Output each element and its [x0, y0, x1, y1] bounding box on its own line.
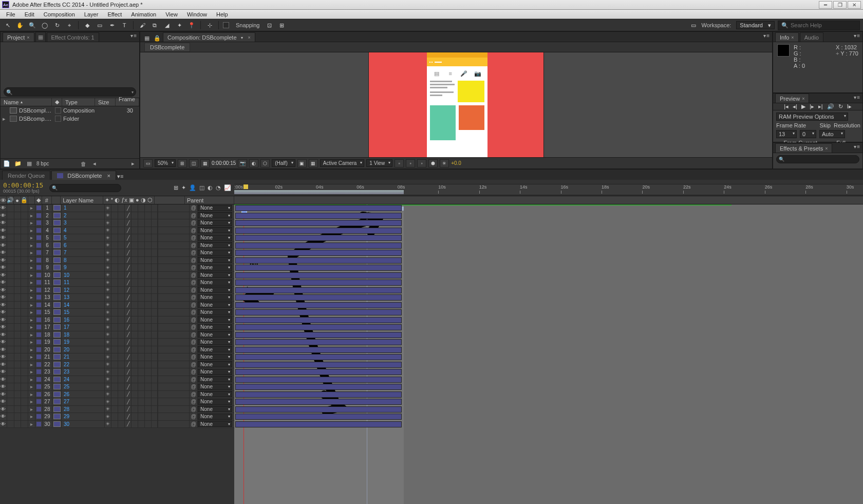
- speaker-icon[interactable]: [7, 353, 14, 361]
- parent-select[interactable]: None: [198, 257, 232, 263]
- parent-select[interactable]: None: [198, 279, 232, 286]
- lock-icon[interactable]: [21, 391, 28, 398]
- first-frame-icon[interactable]: |◂: [784, 103, 789, 110]
- eye-icon[interactable]: 👁: [0, 212, 7, 219]
- lock-icon[interactable]: [21, 294, 28, 301]
- parent-pickwhip-icon[interactable]: @: [190, 368, 198, 376]
- layer-mode[interactable]: [158, 331, 190, 339]
- layer-bar[interactable]: [235, 391, 402, 398]
- layer-mode[interactable]: [158, 324, 190, 331]
- solo-icon[interactable]: [14, 264, 22, 271]
- layer-mode[interactable]: [158, 376, 190, 383]
- parent-select[interactable]: None: [198, 294, 232, 301]
- chevron-right-icon[interactable]: ▸: [28, 376, 35, 383]
- layer-bar[interactable]: [235, 287, 402, 293]
- quality-switch[interactable]: ╱: [125, 227, 132, 234]
- work-area[interactable]: [234, 190, 404, 194]
- parent-select[interactable]: None: [198, 265, 232, 271]
- parent-pickwhip-icon[interactable]: @: [190, 227, 198, 234]
- track-row[interactable]: [234, 294, 863, 302]
- layer-row[interactable]: 👁 ▸ 3 3 ✳ ╱ @ None: [0, 219, 234, 227]
- eye-icon[interactable]: 👁: [0, 421, 7, 428]
- close-icon[interactable]: ×: [27, 35, 29, 40]
- speaker-icon[interactable]: [7, 287, 14, 294]
- layer-row[interactable]: 👁 ▸ 22 22 ✳ ╱ @ None: [0, 361, 234, 369]
- quality-switch[interactable]: ╱: [125, 331, 132, 339]
- col-solo[interactable]: ●: [14, 196, 21, 204]
- shy-switch[interactable]: ✳: [105, 421, 111, 428]
- lock-icon[interactable]: [21, 383, 28, 390]
- solo-icon[interactable]: [14, 368, 22, 376]
- composition-viewer[interactable]: ▤ ≡ 🎤 📷: [140, 52, 772, 157]
- roto-tool-icon[interactable]: ✦: [175, 21, 184, 30]
- col-video[interactable]: 👁: [0, 196, 7, 204]
- layer-name[interactable]: 16: [62, 316, 105, 324]
- layer-mode[interactable]: [158, 421, 190, 428]
- selection-tool-icon[interactable]: ↖: [3, 21, 12, 30]
- tab-preview[interactable]: Preview×: [775, 94, 809, 103]
- viewer-timecode[interactable]: 0:00:00:15: [212, 160, 236, 166]
- prev-frame-icon[interactable]: ◂|: [793, 103, 797, 110]
- layer-name[interactable]: 8: [62, 257, 105, 264]
- new-folder-icon[interactable]: 📁: [14, 160, 22, 167]
- panel-menu-icon[interactable]: ▾≡: [854, 33, 860, 39]
- transparency-icon[interactable]: ▦: [309, 159, 318, 167]
- label-swatch[interactable]: [35, 316, 43, 324]
- parent-pickwhip-icon[interactable]: @: [190, 204, 198, 212]
- solo-icon[interactable]: [14, 219, 22, 227]
- tab-project[interactable]: Project×: [3, 32, 34, 42]
- layer-name[interactable]: 4: [62, 227, 105, 234]
- track-row[interactable]: [234, 257, 863, 265]
- lock-icon[interactable]: [21, 376, 28, 383]
- label-swatch[interactable]: [35, 376, 43, 383]
- col-parent[interactable]: Parent: [185, 196, 234, 204]
- solo-icon[interactable]: [14, 361, 22, 368]
- layer-row[interactable]: 👁 ▸ 23 23 ✳ ╱ @ None: [0, 368, 234, 376]
- parent-pickwhip-icon[interactable]: @: [190, 339, 198, 346]
- project-row[interactable]: DSBcomplete Composition 30: [1, 106, 139, 115]
- panel-menu-icon[interactable]: ▾≡: [763, 33, 770, 39]
- close-icon[interactable]: ×: [802, 96, 804, 101]
- eye-icon[interactable]: 👁: [0, 376, 7, 383]
- shy-icon[interactable]: 👤: [189, 184, 196, 191]
- layer-row[interactable]: 👁 ▸ 29 29 ✳ ╱ @ None: [0, 413, 234, 421]
- track-row[interactable]: [234, 264, 863, 272]
- resolution-select[interactable]: (Half): [272, 159, 295, 167]
- parent-pickwhip-icon[interactable]: @: [190, 287, 198, 294]
- parent-pickwhip-icon[interactable]: @: [190, 272, 198, 279]
- shy-switch[interactable]: ✳: [105, 376, 111, 383]
- eye-icon[interactable]: 👁: [0, 346, 7, 353]
- layer-bar[interactable]: [235, 250, 402, 256]
- speaker-icon[interactable]: [7, 413, 14, 420]
- solo-icon[interactable]: [14, 309, 22, 316]
- lock-icon[interactable]: [21, 406, 28, 413]
- label-swatch[interactable]: [35, 257, 43, 264]
- parent-select[interactable]: None: [198, 250, 232, 256]
- label-swatch[interactable]: [35, 294, 43, 301]
- speaker-icon[interactable]: [7, 234, 14, 241]
- minimize-button[interactable]: ━: [819, 1, 832, 9]
- parent-pickwhip-icon[interactable]: @: [190, 242, 198, 249]
- speaker-icon[interactable]: [7, 331, 14, 339]
- speaker-icon[interactable]: [7, 272, 14, 279]
- layer-row[interactable]: 👁 ▸ 19 19 ✳ ╱ @ None: [0, 339, 234, 346]
- shy-switch[interactable]: ✳: [105, 249, 111, 256]
- eye-icon[interactable]: 👁: [0, 227, 7, 234]
- parent-pickwhip-icon[interactable]: @: [190, 391, 198, 398]
- layer-row[interactable]: 👁 ▸ 4 4 ✳ ╱ @ None: [0, 227, 234, 235]
- layer-name[interactable]: 29: [62, 413, 105, 420]
- layer-mode[interactable]: [158, 316, 190, 324]
- nav-prev-icon[interactable]: ◂: [90, 160, 99, 167]
- shy-switch[interactable]: ✳: [105, 368, 111, 376]
- chevron-right-icon[interactable]: ▸: [28, 413, 35, 420]
- shy-switch[interactable]: ✳: [105, 294, 111, 301]
- shy-switch[interactable]: ✳: [105, 287, 111, 294]
- shy-switch[interactable]: ✳: [105, 383, 111, 390]
- label-swatch[interactable]: [35, 287, 43, 294]
- label-swatch[interactable]: [35, 339, 43, 346]
- layer-row[interactable]: 👁 ▸ 8 8 ✳ ╱ @ None: [0, 257, 234, 265]
- track-row[interactable]: [234, 339, 863, 346]
- speaker-icon[interactable]: [7, 383, 14, 390]
- chevron-right-icon[interactable]: ▸: [28, 406, 35, 413]
- parent-pickwhip-icon[interactable]: @: [190, 413, 198, 420]
